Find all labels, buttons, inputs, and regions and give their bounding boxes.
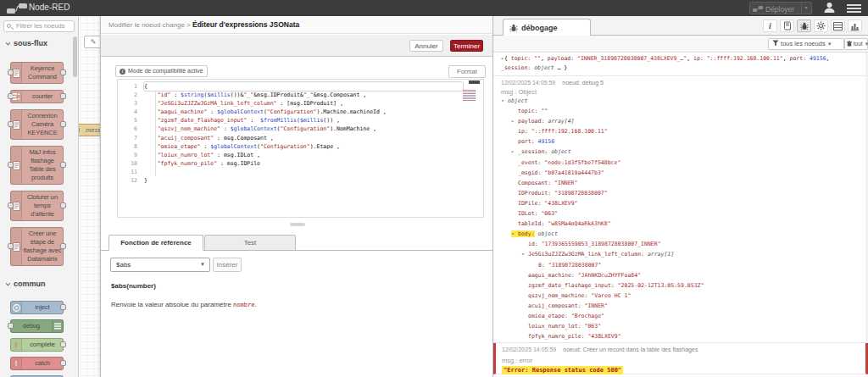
tree-toggle-icon[interactable]: ▾ xyxy=(511,229,518,239)
config-tab-icon[interactable] xyxy=(814,19,828,32)
clear-messages-button[interactable]: tout ▼ xyxy=(844,38,868,50)
tray-toolbar: Annuler Terminer xyxy=(101,35,493,57)
message-timestamp: 12/02/2025 14:05:59 xyxy=(502,347,556,352)
editor-scrollbar[interactable] xyxy=(469,80,480,84)
jsonata-code-editor[interactable]: 123456789101112 { "id" : $string($millis… xyxy=(117,79,484,218)
excl-icon: ! xyxy=(11,358,22,369)
function-select[interactable]: $abs▼ xyxy=(110,258,210,272)
insert-button[interactable]: Insérer xyxy=(213,258,242,272)
info-icon: i xyxy=(120,69,125,75)
palette-category-commun[interactable]: commun xyxy=(0,277,79,291)
tree-toggle-icon[interactable]: ▸ xyxy=(511,147,518,157)
breadcrumb-parent[interactable]: Modifier le noeud change xyxy=(108,21,185,29)
debug-tab-icon[interactable] xyxy=(797,19,811,32)
code-line: "qszvj_nom_machine" : $globalContext("Co… xyxy=(144,125,463,133)
breadcrumb-current: Éditeur d'expressions JSONata xyxy=(192,20,299,29)
code-line: "acuij_composant" : msg.Composant , xyxy=(144,134,463,142)
code-line: "aagui_machine" : $globalContext("Config… xyxy=(144,108,463,116)
context-tab-icon[interactable] xyxy=(831,19,845,32)
done-button[interactable]: Terminer xyxy=(450,40,483,52)
node-output-port xyxy=(60,202,66,208)
palette-node-complete[interactable]: !complete xyxy=(10,338,64,352)
tree-toggle-icon[interactable]: ▾ xyxy=(521,249,528,259)
palette-node-debug[interactable]: debug xyxy=(10,319,64,333)
code-line xyxy=(144,168,463,176)
node-output-port xyxy=(60,341,66,347)
counter-icon xyxy=(11,91,22,103)
palette-node-catch[interactable]: !catch xyxy=(10,357,64,370)
debug-message-collapsed[interactable]: ▸{ topic: "", payload: "INNER_3189872803… xyxy=(493,53,868,76)
compat-mode-notice: iMode de compatibilité activé xyxy=(115,65,208,77)
message-timestamp: 12/02/2025 14:05:59 xyxy=(501,80,555,86)
debug-tree-row: _msgid: "b07a41819a4447b3" xyxy=(501,168,848,178)
tree-toggle-icon[interactable]: ▸ xyxy=(511,116,518,126)
message-path: msg : error xyxy=(502,357,857,364)
rows-icon xyxy=(52,320,63,332)
debug-filter-bar: tous les noeuds ▼ tout ▼ xyxy=(493,36,868,53)
file-icon xyxy=(11,228,22,265)
debug-tree-row: id: "1739365559053_31898728038007_INNER" xyxy=(501,239,848,249)
debug-tree-row: Composant: "INNER" xyxy=(501,178,848,188)
debug-tree-row: ▾body: object xyxy=(501,229,848,239)
palette-scrollbar[interactable] xyxy=(73,36,77,77)
code-line: "omiea_etape" : $globalContext("Configur… xyxy=(144,142,463,151)
app-title: Node-RED xyxy=(29,3,70,12)
node-red-logo-icon xyxy=(6,2,28,16)
node-output-port xyxy=(60,69,66,75)
search-icon xyxy=(7,24,13,30)
node-output-port xyxy=(60,121,66,127)
message-node: noeud: Créer un record dans la table des… xyxy=(563,347,698,352)
file-icon xyxy=(11,63,22,83)
tab-test[interactable]: Test xyxy=(204,235,296,251)
palette-node-keyence-command[interactable]: Keyence Command xyxy=(10,62,64,84)
chevron-down-icon: ▼ xyxy=(200,258,205,271)
chevron-down-icon xyxy=(6,41,11,46)
resize-handle[interactable] xyxy=(290,223,305,226)
debug-tree-row: loiux_numro_lot: "063" xyxy=(501,321,848,331)
node-input-port xyxy=(8,323,14,329)
debug-tree-row: zgzmf_date_flashage_input: "2025-02-12T1… xyxy=(501,280,848,291)
debug-tree-row: aagui_machine: "JAhNKDcuZHYFFoa84" xyxy=(501,270,848,280)
palette-node-counter[interactable]: counter xyxy=(10,90,64,103)
tree-toggle-icon[interactable]: ▾ xyxy=(501,96,508,106)
debug-tree-row: acuij_composant: "INNER" xyxy=(501,301,848,311)
code-line: "id" : $string($millis())&"_"&msg.IDProd… xyxy=(144,91,463,99)
debug-tree-row: IDLot: "063" xyxy=(501,208,848,219)
line-numbers: 123456789101112 xyxy=(118,82,137,185)
palette-node-cr-er-une-tape-de-flashage-ave[interactable]: Créer une étape de flashage avec Datamat… xyxy=(10,227,64,266)
debug-tree-row: qszvj_nom_machine: "Vareo HC 1" xyxy=(501,291,848,301)
debug-sidebar: débogage i tous les noeuds ▼ tout ▼ ▸{ t… xyxy=(492,16,868,377)
tab-function-reference[interactable]: Fonction de référence xyxy=(108,235,203,251)
breadcrumb: Modifier le noeud change > Éditeur d'exp… xyxy=(101,16,493,34)
code-line: "fpfyk_numro_pile" : msg.IDPile xyxy=(144,159,463,168)
info-tab-icon[interactable]: i xyxy=(763,19,777,32)
tab-debug[interactable]: débogage xyxy=(503,19,591,36)
palette-category-sous-flux[interactable]: sous-flux xyxy=(0,36,79,50)
debug-tree-row: ▸_session: object xyxy=(501,147,848,157)
format-button[interactable]: Format xyxy=(448,65,486,78)
filter-nodes-button[interactable]: tous les noeuds ▼ xyxy=(768,38,844,50)
debug-message-error[interactable]: 12/02/2025 14:05:59noeud: Créer un recor… xyxy=(493,343,868,374)
code-line: "JeSGi3uZJZZw3GzMA_link_left_column" : [… xyxy=(144,99,463,108)
deploy-options-caret[interactable]: ▾ xyxy=(801,3,810,14)
cancel-button[interactable]: Annuler xyxy=(409,40,443,52)
palette-node-cloturer-un-temps-d-attente[interactable]: Cloturer un temps d'attente xyxy=(10,191,64,221)
palette-node-inject[interactable]: inject xyxy=(10,301,64,314)
palette-node-connexion-cam-ra-keyence[interactable]: Connexion Caméra KEYENCE xyxy=(10,109,64,140)
palette-node-m-j-infos-flashage-table-des-p[interactable]: MàJ infos flashage Table des produits xyxy=(10,146,64,185)
chevron-down-icon xyxy=(6,281,11,286)
file-icon xyxy=(11,147,22,184)
user-icon[interactable] xyxy=(821,2,837,14)
chart-tab-icon[interactable] xyxy=(848,19,862,32)
debug-tree-row: ▾object xyxy=(501,96,848,106)
node-palette: Filtrer les noeuds sous-fluxKeyence Comm… xyxy=(0,16,79,377)
palette-search-input[interactable]: Filtrer les noeuds xyxy=(3,20,75,32)
excl-icon: ! xyxy=(11,339,22,351)
main-menu-icon[interactable] xyxy=(847,4,861,14)
debug-message-expanded[interactable]: 12/02/2025 14:05:59noeud: debug 5 msg : … xyxy=(493,76,868,343)
message-path: msg : Object xyxy=(501,88,848,96)
deploy-icon xyxy=(753,5,763,14)
debug-tree-row: tableId: "w8SMa4oQ4aRkA3hK8" xyxy=(501,219,848,229)
help-tab-icon[interactable] xyxy=(780,19,794,32)
deploy-button[interactable]: Déployer ▾ xyxy=(749,2,812,14)
